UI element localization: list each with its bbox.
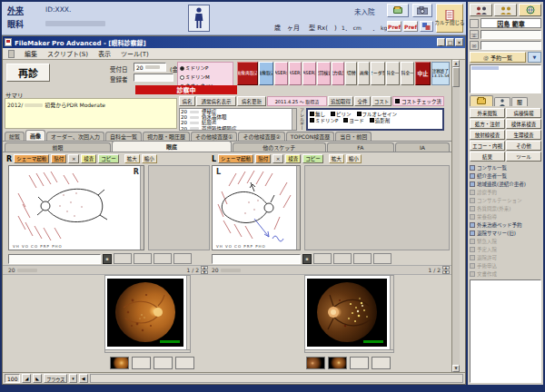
tab-other-exams-2[interactable]: その他検査歴② bbox=[238, 132, 284, 141]
outpatient-view-button[interactable]: 外来閲覧 bbox=[470, 108, 505, 118]
zoom-level[interactable]: 100 bbox=[5, 374, 20, 383]
cost-button[interactable]: コスト bbox=[372, 96, 391, 106]
copy-button[interactable]: コピー bbox=[98, 154, 119, 163]
image-slot[interactable] bbox=[373, 253, 391, 264]
empty-thumbnail[interactable] bbox=[175, 357, 194, 369]
window-scrollbar[interactable]: ▲ ▼ bbox=[451, 60, 460, 372]
zoom-in-button[interactable]: 拡大 bbox=[329, 154, 344, 163]
window-titlebar[interactable]: FileMaker Pro Advanced - [眼科診察録] _ □ × bbox=[3, 36, 465, 48]
stop-button[interactable]: 中止 bbox=[415, 62, 430, 85]
clear-button[interactable]: × bbox=[272, 154, 283, 163]
radio-midrin-p[interactable]: ミドリンP bbox=[180, 64, 231, 72]
mode-dropdown-icon[interactable]: ▾ bbox=[69, 374, 77, 383]
tab-own-dept[interactable]: 自科全一覧 bbox=[105, 132, 142, 141]
zoom-in-button[interactable]: 拡大 bbox=[124, 154, 140, 163]
schema-launch-button[interactable]: シェーマ起動 bbox=[14, 154, 49, 163]
radiology-exam-button[interactable]: 放射線検査 bbox=[470, 130, 505, 140]
sketch-scrollbar[interactable] bbox=[140, 166, 144, 250]
fundus-thumbnail[interactable] bbox=[328, 357, 347, 369]
summary-box[interactable]: 2012/ 初発からPDR Moderate bbox=[5, 98, 177, 129]
all-dept-list-button[interactable]: 全科全一覧 bbox=[401, 62, 414, 85]
pref-button-2[interactable]: Pref bbox=[403, 21, 418, 32]
image-acquire-button[interactable]: 画像取込 bbox=[259, 62, 273, 85]
exam-button[interactable]: 検査 bbox=[81, 154, 96, 163]
link-referred-patients[interactable]: 紹介患者一覧 bbox=[470, 172, 541, 180]
reservation-dropdown-button[interactable]: ▼ bbox=[528, 52, 541, 63]
maximize-button[interactable]: □ bbox=[446, 38, 454, 46]
empty-thumbnail[interactable] bbox=[372, 357, 391, 369]
reservation-list-button[interactable]: @ 予約一覧 bbox=[470, 52, 526, 63]
zoom-out-button[interactable]: 縮小 bbox=[142, 154, 157, 163]
zoom-out-icon[interactable]: ◢ bbox=[22, 374, 31, 383]
reservation-list[interactable] bbox=[470, 64, 541, 93]
photo-scrollbar-h[interactable] bbox=[305, 349, 393, 352]
close-chart-button[interactable]: カルテ閉じる bbox=[436, 4, 463, 33]
menu-script[interactable]: スクリプト(S) bbox=[47, 49, 88, 58]
prescription-injection-button[interactable]: 処方・注射 bbox=[470, 119, 505, 129]
laser-both-button[interactable]: LASER両 bbox=[302, 62, 316, 85]
link-document-creation[interactable]: 文書作成 bbox=[470, 270, 541, 278]
physiology-exam-button[interactable]: 生理検査 bbox=[506, 130, 541, 140]
right-fundus-photo[interactable] bbox=[104, 275, 191, 353]
tools-button[interactable]: ツール bbox=[506, 152, 541, 162]
clear-button[interactable]: × bbox=[68, 154, 79, 163]
tab-topcon[interactable]: TOPCON検査歴 bbox=[286, 132, 334, 141]
link-consultation[interactable]: コンサルテーション bbox=[470, 196, 541, 204]
tab-today-previous[interactable]: 当日・前回 bbox=[335, 132, 372, 141]
up-arrow-icon[interactable]: ▲ bbox=[442, 266, 450, 270]
fundus-thumbnail[interactable] bbox=[306, 357, 325, 369]
tab-fa[interactable]: FA bbox=[327, 142, 394, 152]
tab-other-exams-1[interactable]: その他検査歴① bbox=[191, 132, 237, 141]
disease-update-button[interactable]: 病名更新 bbox=[237, 96, 266, 106]
tab-images[interactable]: 画像 bbox=[25, 130, 45, 141]
allergy-item[interactable]: ミドリンP bbox=[310, 117, 338, 124]
left-eye-sketch[interactable]: L VH VO CO PRP PHO bbox=[212, 165, 301, 250]
disease-name-button[interactable]: 病名 bbox=[179, 96, 195, 106]
disease-row[interactable]: 20両増殖性網膜症 bbox=[180, 126, 292, 131]
minimize-button[interactable]: _ bbox=[437, 38, 445, 46]
medication-tab[interactable]: 服 bbox=[511, 97, 528, 106]
camera-button[interactable] bbox=[412, 4, 432, 17]
copy-button[interactable]: コピー bbox=[302, 154, 323, 163]
disease-list[interactable]: 20便秘症 20偽水晶体眼 20結膜炎 20両増殖性網膜症 bbox=[179, 108, 297, 131]
link-treatment-bed-reservation[interactable]: 外来治療ベッド予約 bbox=[470, 220, 541, 229]
all-records-button[interactable]: 全件 bbox=[354, 96, 371, 106]
link-consult-list[interactable]: コンサル一覧 bbox=[470, 163, 541, 172]
referral-button[interactable] bbox=[470, 4, 492, 16]
normal-disease-display-button[interactable]: 通常病名表示 bbox=[196, 96, 236, 106]
image-slot[interactable] bbox=[154, 253, 172, 264]
photo-scrollbar-v[interactable] bbox=[186, 276, 190, 352]
link-regional-coordination[interactable]: 地域連携(逆紹介患者) bbox=[470, 180, 541, 188]
empty-thumbnail[interactable] bbox=[350, 357, 369, 369]
tab-overview[interactable]: 総覧 bbox=[5, 132, 25, 141]
link-discharge-permission[interactable]: 退院許可 bbox=[470, 253, 541, 261]
cost-checked-checkbox[interactable]: コストチェック済 bbox=[392, 96, 444, 106]
image-reacquire-button[interactable]: 画像再取込 bbox=[237, 62, 258, 85]
person-tab[interactable] bbox=[494, 97, 510, 106]
patients-button[interactable] bbox=[494, 4, 517, 16]
image-button[interactable]: 画像 bbox=[358, 62, 370, 85]
mode-selector[interactable]: ブラウズ bbox=[44, 374, 67, 383]
comment-input[interactable] bbox=[212, 254, 301, 264]
reception-date-field[interactable]: 20 bbox=[134, 63, 166, 72]
exam-button[interactable]: 検査 bbox=[285, 154, 301, 163]
scroll-left-icon[interactable]: ◀ bbox=[79, 374, 88, 383]
folder-button[interactable] bbox=[387, 4, 409, 17]
vision-color-button[interactable]: 視力色覚 bbox=[332, 62, 345, 85]
exam-end-button[interactable]: 診察終了 (13.15.54) bbox=[431, 62, 450, 85]
registrant-field[interactable] bbox=[134, 74, 173, 82]
laser-left-button[interactable]: LASER左 bbox=[289, 62, 302, 85]
allergy-item[interactable]: 造影剤 bbox=[370, 117, 391, 124]
allergy-item[interactable]: ヨード bbox=[343, 117, 364, 124]
link-planned-admission[interactable]: 予定入院 bbox=[470, 245, 541, 253]
down-arrow-icon[interactable]: ▼ bbox=[201, 270, 208, 274]
zoom-out-button[interactable]: 縮小 bbox=[346, 154, 362, 163]
patient-gender-button[interactable] bbox=[188, 5, 210, 32]
tab-order-next[interactable]: オーダー、次回入力 bbox=[46, 132, 104, 141]
order-type-button[interactable]: オーダ型 bbox=[371, 62, 384, 85]
up-arrow-icon[interactable]: ▲ bbox=[201, 266, 208, 270]
results-button[interactable]: 結果 bbox=[470, 152, 505, 162]
zoom-in-icon[interactable]: ◣ bbox=[33, 374, 42, 383]
image-slot[interactable] bbox=[333, 253, 352, 264]
add-acquire-button[interactable]: 追加取得 bbox=[328, 96, 353, 106]
